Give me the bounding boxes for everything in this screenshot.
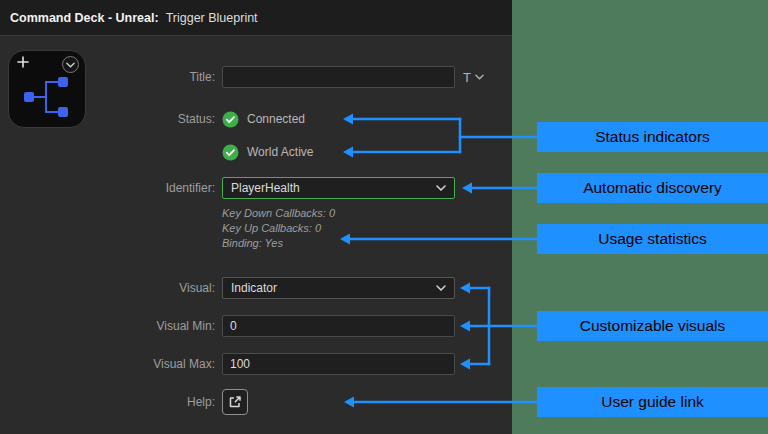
status-row-world-active: World Active (222, 143, 313, 161)
identifier-dropdown[interactable]: PlayerHealth (222, 177, 455, 199)
chevron-down-icon (436, 185, 446, 191)
visual-value: Indicator (231, 281, 277, 295)
visual-label: Visual: (0, 277, 215, 299)
status-text: Connected (247, 112, 305, 126)
external-link-icon (228, 395, 242, 409)
visual-min-input[interactable] (222, 315, 455, 337)
check-circle-icon (222, 144, 239, 161)
status-label: Status: (0, 110, 215, 128)
visual-min-label: Visual Min: (0, 315, 215, 337)
callout-usage-statistics: Usage statistics (537, 224, 768, 254)
text-format-icon: T (463, 70, 471, 85)
status-row-connected: Connected (222, 110, 305, 128)
visual-max-input[interactable] (222, 353, 455, 375)
callout-automatic-discovery: Automatic discovery (537, 173, 768, 203)
text-format-tool[interactable]: T (463, 66, 484, 88)
help-label: Help: (0, 389, 215, 415)
title-input[interactable] (222, 66, 455, 88)
app-title: Command Deck - Unreal: (10, 11, 159, 25)
chevron-down-icon (436, 285, 446, 291)
callout-status-indicators: Status indicators (537, 122, 768, 152)
title-label: Title: (0, 66, 215, 88)
visual-dropdown[interactable]: Indicator (222, 277, 455, 299)
callout-user-guide-link: User guide link (537, 387, 768, 417)
annotation-background (512, 0, 768, 434)
visual-max-label: Visual Max: (0, 353, 215, 375)
check-circle-icon (222, 111, 239, 128)
panel-header: Command Deck - Unreal: Trigger Blueprint (0, 0, 512, 36)
chevron-down-icon (475, 74, 484, 80)
screen: Command Deck - Unreal: Trigger Blueprint… (0, 0, 768, 434)
usage-stats: Key Down Callbacks: 0 Key Up Callbacks: … (222, 206, 335, 251)
stat-line: Key Up Callbacks: 0 (222, 221, 335, 236)
identifier-label: Identifier: (0, 177, 215, 199)
panel-subtitle: Trigger Blueprint (166, 11, 258, 25)
stat-line: Key Down Callbacks: 0 (222, 206, 335, 221)
callout-customizable-visuals: Customizable visuals (537, 311, 768, 341)
identifier-value: PlayerHealth (231, 181, 300, 195)
help-link-button[interactable] (222, 389, 248, 415)
status-text: World Active (247, 145, 313, 159)
stat-line: Binding: Yes (222, 236, 335, 251)
